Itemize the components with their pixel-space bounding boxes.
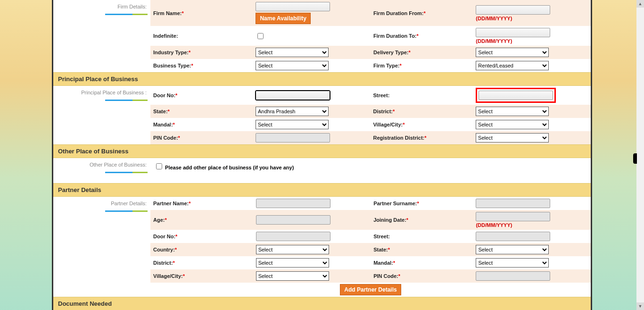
underline-icon bbox=[105, 210, 148, 212]
partner-name-input[interactable] bbox=[256, 199, 330, 208]
underline-icon bbox=[105, 100, 148, 101]
firm-duration-from-input[interactable] bbox=[476, 5, 550, 15]
partner-side-label: Partner Details: bbox=[111, 199, 148, 207]
partner-street-input[interactable] bbox=[476, 232, 550, 241]
other-section-header: Other Place of Business bbox=[53, 144, 591, 158]
partner-village-label: Village/City: bbox=[153, 273, 183, 279]
partner-district-label: District: bbox=[153, 260, 173, 266]
partner-surname-label: Partner Surname: bbox=[373, 201, 417, 206]
firm-name-input[interactable] bbox=[256, 2, 330, 11]
scrollbar-track[interactable]: ▲ ▼ bbox=[636, 0, 644, 310]
firm-type-select[interactable]: Rented/Leased bbox=[476, 61, 549, 70]
principal-street-input[interactable] bbox=[479, 91, 553, 100]
date-hint: (DD/MM/YYYY) bbox=[476, 38, 588, 44]
business-type-select[interactable]: Select bbox=[256, 61, 329, 70]
underline-icon bbox=[105, 172, 148, 173]
firm-name-label: Firm Name: bbox=[153, 10, 182, 16]
principal-district-label: District: bbox=[373, 109, 393, 114]
principal-state-label: State: bbox=[153, 109, 168, 114]
document-section-header: Document Needed bbox=[53, 297, 591, 310]
partner-village-select[interactable]: Select bbox=[256, 271, 329, 281]
indefinite-checkbox[interactable] bbox=[257, 33, 264, 39]
side-marker-icon bbox=[633, 153, 637, 164]
partner-age-input[interactable] bbox=[256, 215, 330, 225]
partner-state-select[interactable]: Select bbox=[476, 245, 549, 254]
delivery-type-select[interactable]: Select bbox=[476, 48, 549, 57]
partner-pin-input[interactable] bbox=[476, 271, 550, 281]
partner-pin-label: PIN Code: bbox=[373, 273, 398, 279]
partner-mandal-select[interactable]: Select bbox=[476, 258, 549, 268]
principal-district-select[interactable]: Select bbox=[476, 107, 549, 116]
firm-duration-to-label: Firm Duration To: bbox=[373, 33, 416, 39]
principal-door-label: Door No: bbox=[153, 92, 175, 98]
principal-pin-input[interactable] bbox=[256, 133, 330, 142]
partner-mandal-label: Mandal: bbox=[373, 260, 393, 266]
other-side-label: Other Place of Business: bbox=[90, 160, 148, 168]
principal-section-header: Principal Place of Business bbox=[53, 72, 591, 86]
name-availability-button[interactable]: Name Availability bbox=[256, 13, 310, 24]
principal-state-select[interactable]: Andhra Pradesh bbox=[256, 107, 329, 116]
partner-surname-input[interactable] bbox=[476, 199, 550, 208]
industry-type-select[interactable]: Select bbox=[256, 48, 329, 57]
partner-street-label: Street: bbox=[373, 234, 390, 239]
underline-icon bbox=[105, 14, 148, 15]
scroll-down-icon[interactable]: ▼ bbox=[636, 302, 644, 310]
partner-country-label: Country: bbox=[153, 247, 175, 252]
indefinite-label: Indefinite: bbox=[153, 33, 178, 39]
scroll-up-icon[interactable]: ▲ bbox=[636, 0, 644, 8]
date-hint: (DD/MM/YYYY) bbox=[476, 16, 588, 21]
partner-door-label: Door No: bbox=[153, 234, 175, 239]
partner-joining-input[interactable] bbox=[476, 212, 550, 221]
partner-name-label: Partner Name: bbox=[153, 201, 189, 206]
add-partner-button[interactable]: Add Partner Details bbox=[340, 284, 401, 295]
partner-state-label: State: bbox=[373, 247, 388, 252]
firm-duration-from-label: Firm Duration From: bbox=[373, 10, 423, 16]
principal-village-select[interactable]: Select bbox=[476, 120, 549, 129]
partner-age-label: Age: bbox=[153, 217, 165, 223]
principal-door-input[interactable] bbox=[256, 91, 330, 100]
principal-mandal-select[interactable]: Select bbox=[256, 120, 329, 129]
partner-joining-label: Joining Date: bbox=[373, 217, 406, 223]
principal-village-label: Village/City: bbox=[373, 122, 403, 127]
partner-country-select[interactable]: Select bbox=[256, 245, 329, 254]
firm-details-side-label: Firm Details: bbox=[117, 2, 148, 10]
firm-duration-to-input[interactable] bbox=[476, 28, 550, 37]
principal-street-label: Street: bbox=[373, 92, 389, 98]
date-hint: (DD/MM/YYYY) bbox=[476, 222, 588, 228]
principal-regdist-select[interactable]: Select bbox=[476, 133, 549, 142]
other-place-checkbox[interactable] bbox=[156, 163, 162, 169]
partner-door-input[interactable] bbox=[256, 232, 330, 241]
principal-pin-label: PIN Code: bbox=[153, 135, 178, 141]
principal-mandal-label: Mandal: bbox=[153, 122, 173, 127]
street-highlight-icon bbox=[476, 88, 556, 103]
partner-district-select[interactable]: Select bbox=[256, 258, 329, 268]
partner-section-header: Partner Details bbox=[53, 183, 591, 197]
principal-side-label: Principal Place of Business : bbox=[81, 88, 148, 96]
firm-type-label: Firm Type: bbox=[373, 63, 399, 68]
industry-type-label: Industry Type: bbox=[153, 50, 189, 55]
other-place-checkbox-label: Please add other place of business (if y… bbox=[165, 165, 294, 170]
delivery-type-label: Delivery Type: bbox=[373, 50, 408, 55]
business-type-label: Business Type: bbox=[153, 63, 191, 68]
principal-regdist-label: Registration District: bbox=[373, 135, 424, 141]
